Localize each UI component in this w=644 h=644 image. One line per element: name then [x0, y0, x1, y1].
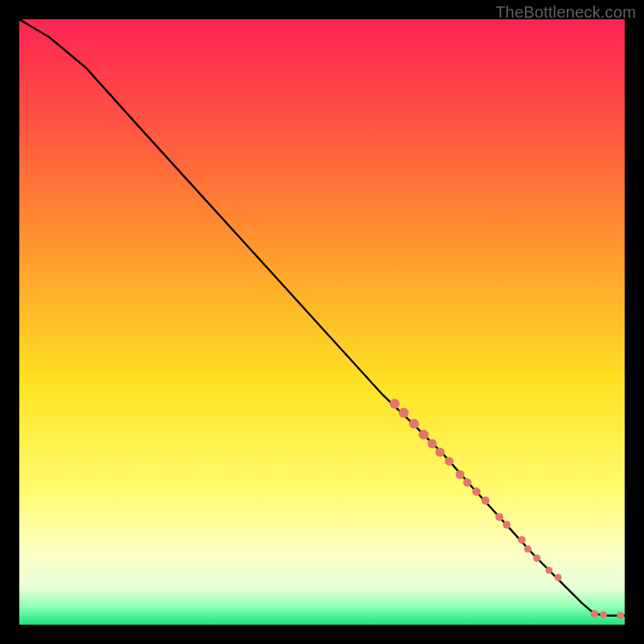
- data-marker: [473, 487, 481, 495]
- data-marker: [503, 521, 511, 529]
- data-marker: [456, 470, 464, 479]
- chart-frame: TheBottleneck.com: [0, 0, 644, 644]
- data-marker: [518, 536, 526, 544]
- data-marker: [495, 513, 503, 521]
- chart-plot-area: [19, 19, 625, 625]
- data-marker: [617, 612, 624, 619]
- data-marker: [555, 574, 562, 581]
- data-marker: [463, 478, 471, 486]
- data-marker: [409, 419, 419, 428]
- data-marker: [390, 398, 399, 408]
- data-marker: [481, 497, 489, 505]
- data-marker: [436, 448, 445, 457]
- data-marker: [546, 567, 553, 574]
- data-marker: [591, 610, 598, 617]
- data-marker: [533, 555, 540, 562]
- gradient-background: [19, 19, 625, 625]
- bottleneck-chart: [19, 19, 625, 625]
- data-marker: [427, 439, 437, 448]
- data-marker: [524, 545, 531, 552]
- source-watermark: TheBottleneck.com: [495, 3, 636, 22]
- data-marker: [444, 456, 453, 465]
- data-marker: [419, 430, 428, 440]
- data-marker: [600, 612, 607, 619]
- data-marker: [398, 408, 408, 418]
